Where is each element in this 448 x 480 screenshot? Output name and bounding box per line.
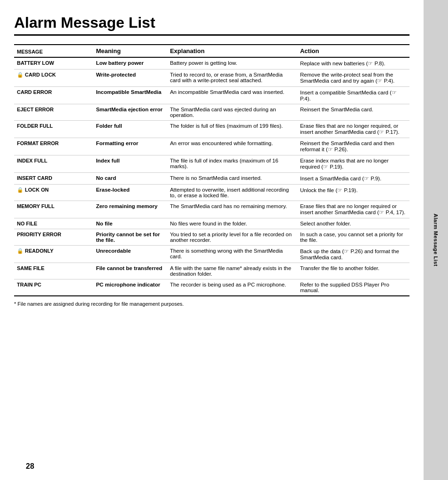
cell-action: Replace with new batteries (☞ P.8). [297, 57, 409, 70]
page-title: Alarm Message List [14, 14, 409, 31]
cell-meaning: Unrecordable [93, 246, 167, 263]
cell-message: FORMAT ERROR [14, 138, 93, 155]
table-row: EJECT ERRORSmartMedia ejection errorThe … [14, 104, 409, 121]
header-message: Message [14, 45, 93, 57]
cell-action: Insert a SmartMedia card (☞ P.9). [297, 173, 409, 185]
cell-message: FOLDER FULL [14, 121, 93, 138]
cell-meaning: PC microphone indicator [93, 279, 167, 296]
table-row: INDEX FULLIndex fullThe file is full of … [14, 155, 409, 173]
cell-meaning: Low battery power [93, 57, 167, 70]
cell-explanation: You tried to set a priority level for a … [167, 229, 297, 246]
cell-explanation: Battery power is getting low. [167, 57, 297, 70]
cell-action: Erase files that are no longer required … [297, 201, 409, 218]
table-row: INSERT CARDNo cardThere is no SmartMedia… [14, 173, 409, 185]
cell-message: 🔒 CARD LOCK [14, 70, 93, 87]
cell-explanation: The SmartMedia card was ejected during a… [167, 104, 297, 121]
table-row: FORMAT ERRORFormatting errorAn error was… [14, 138, 409, 155]
cell-action: Back up the data (☞ P.26) and format the… [297, 246, 409, 263]
page-container: Alarm Message List Message Meaning Expla… [0, 0, 448, 480]
cell-explanation: A file with the same file name* already … [167, 263, 297, 279]
cell-meaning: Priority cannot be set for the file. [93, 229, 167, 246]
cell-action: Unlock the file (☞ P.19). [297, 185, 409, 201]
cell-meaning: File cannot be transferred [93, 263, 167, 279]
cell-explanation: There is no SmartMedia card inserted. [167, 173, 297, 185]
cell-meaning: Zero remaining memory [93, 201, 167, 218]
cell-action: Insert a compatible SmartMedia card (☞ P… [297, 87, 409, 104]
table-row: MEMORY FULLZero remaining memoryThe Smar… [14, 201, 409, 218]
cell-message: PRIORITY ERROR [14, 229, 93, 246]
table-row: PRIORITY ERRORPriority cannot be set for… [14, 229, 409, 246]
cell-explanation: Attempted to overwrite, insert additiona… [167, 185, 297, 201]
footnote: * File names are assigned during recordi… [14, 301, 409, 307]
cell-explanation: There is something wrong with the SmartM… [167, 246, 297, 263]
table-row: 🔒 READONLYUnrecordableThere is something… [14, 246, 409, 263]
sidebar: Alarm Message List [424, 0, 448, 480]
cell-action: Refer to the supplied DSS Player Pro man… [297, 279, 409, 296]
table-row: CARD ERRORIncompatible SmartMediaAn inco… [14, 87, 409, 104]
cell-explanation: An error was encountered while formattin… [167, 138, 297, 155]
cell-meaning: SmartMedia ejection error [93, 104, 167, 121]
cell-meaning: Erase-locked [93, 185, 167, 201]
cell-meaning: Index full [93, 155, 167, 173]
header-meaning: Meaning [93, 45, 167, 57]
cell-meaning: Folder full [93, 121, 167, 138]
page-number: 28 [26, 462, 34, 471]
cell-message: BATTERY LOW [14, 57, 93, 70]
cell-explanation: Tried to record to, or erase from, a Sma… [167, 70, 297, 87]
cell-message: MEMORY FULL [14, 201, 93, 218]
cell-message: 🔒 READONLY [14, 246, 93, 263]
cell-action: Remove the write-protect seal from the S… [297, 70, 409, 87]
cell-meaning: Incompatible SmartMedia [93, 87, 167, 104]
cell-message: SAME FILE [14, 263, 93, 279]
table-row: 🔒 CARD LOCKWrite-protectedTried to recor… [14, 70, 409, 87]
table-row: 🔒 LOCK ONErase-lockedAttempted to overwr… [14, 185, 409, 201]
cell-action: Erase index marks that are no longer req… [297, 155, 409, 173]
cell-meaning: No file [93, 218, 167, 229]
cell-explanation: The SmartMedia card has no remaining mem… [167, 201, 297, 218]
sidebar-label: Alarm Message List [433, 214, 439, 266]
cell-explanation: The recorder is being used as a PC micro… [167, 279, 297, 296]
table-header-row: Message Meaning Explanation Action [14, 45, 409, 57]
main-content: Alarm Message List Message Meaning Expla… [0, 0, 424, 480]
cell-message: NO FILE [14, 218, 93, 229]
table-row: TRAIN PCPC microphone indicatorThe recor… [14, 279, 409, 296]
cell-meaning: No card [93, 173, 167, 185]
header-explanation: Explanation [167, 45, 297, 57]
cell-message: 🔒 LOCK ON [14, 185, 93, 201]
cell-meaning: Formatting error [93, 138, 167, 155]
cell-action: In such a case, you cannot set a priorit… [297, 229, 409, 246]
cell-explanation: The folder is full of files (maximum of … [167, 121, 297, 138]
cell-message: TRAIN PC [14, 279, 93, 296]
cell-message: INDEX FULL [14, 155, 93, 173]
table-row: SAME FILEFile cannot be transferredA fil… [14, 263, 409, 279]
header-action: Action [297, 45, 409, 57]
table-row: BATTERY LOWLow battery powerBattery powe… [14, 57, 409, 70]
cell-message: EJECT ERROR [14, 104, 93, 121]
cell-message: INSERT CARD [14, 173, 93, 185]
alarm-message-table: Message Meaning Explanation Action BATTE… [14, 44, 409, 296]
cell-action: Transfer the file to another folder. [297, 263, 409, 279]
cell-explanation: An incompatible SmartMedia card was inse… [167, 87, 297, 104]
cell-explanation: The file is full of index marks (maximum… [167, 155, 297, 173]
title-divider [14, 34, 409, 36]
cell-action: Erase files that are no longer required,… [297, 121, 409, 138]
table-row: NO FILENo fileNo files were found in the… [14, 218, 409, 229]
cell-action: Reinsert the SmartMedia card and then re… [297, 138, 409, 155]
cell-meaning: Write-protected [93, 70, 167, 87]
cell-action: Reinsert the SmartMedia card. [297, 104, 409, 121]
table-row: FOLDER FULLFolder fullThe folder is full… [14, 121, 409, 138]
cell-message: CARD ERROR [14, 87, 93, 104]
cell-action: Select another folder. [297, 218, 409, 229]
cell-explanation: No files were found in the folder. [167, 218, 297, 229]
